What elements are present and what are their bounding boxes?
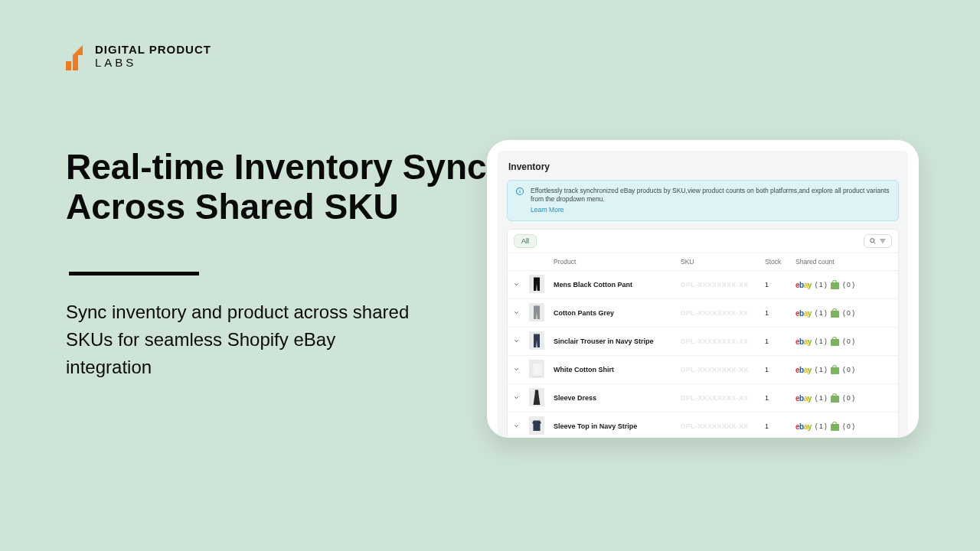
shopify-count: ( 0 ) [843,422,854,430]
search-filter-button[interactable] [864,234,892,248]
table-row: Mens Black Cotton PantDPL-XXXXXXXX-XX1eb… [508,271,898,299]
product-stock: 1 [760,412,791,438]
search-icon [869,237,877,245]
shared-count-cell: ebay( 1 )( 0 ) [795,365,893,374]
info-banner: Effortlessly track synchronized eBay pro… [507,180,899,221]
chevron-down-icon[interactable] [513,395,520,403]
info-text: Effortlessly track synchronized eBay pro… [531,187,890,203]
table-row: White Cotton ShirtDPL-XXXXXXXX-XX1ebay( … [508,356,898,384]
shopify-icon [831,280,839,289]
ebay-count: ( 1 ) [815,366,827,373]
product-thumbnail [529,331,544,350]
inventory-table: All Produ [507,229,899,438]
brand-mark-icon [66,43,87,70]
product-stock: 1 [760,299,791,328]
shared-count-cell: ebay( 1 )( 0 ) [795,422,893,431]
product-thumbnail [529,303,544,321]
product-name[interactable]: Mens Black Cotton Pant [549,271,676,299]
ebay-icon: ebay [795,422,812,431]
ebay-count: ( 1 ) [815,394,827,402]
shopify-icon [831,422,839,431]
product-name[interactable]: White Cotton Shirt [549,356,676,384]
svg-point-6 [871,239,874,243]
svg-rect-1 [73,55,78,70]
ebay-count: ( 1 ) [815,309,827,317]
ebay-count: ( 1 ) [815,422,827,430]
col-shared: Shared count [791,253,898,271]
product-sku: DPL-XXXXXXXX-XX [676,384,760,412]
filter-icon [879,237,887,245]
shopify-count: ( 0 ) [843,337,854,345]
product-name[interactable]: Sleeve Dress [549,384,676,412]
ebay-icon: ebay [795,366,812,374]
col-product: Product [549,253,676,271]
slide-headline: Real-time Inventory Sync Across Shared S… [66,148,487,227]
shopify-icon [831,393,839,403]
product-sku: DPL-XXXXXXXX-XX [676,328,760,356]
product-stock: 1 [760,384,791,412]
shopify-count: ( 0 ) [843,366,854,373]
ebay-icon: ebay [795,281,812,289]
shopify-icon [831,365,839,374]
ebay-icon: ebay [795,337,812,346]
chevron-down-icon[interactable] [513,423,520,431]
shared-count-cell: ebay( 1 )( 0 ) [795,337,893,346]
table-row: Sinclair Trouser in Navy StripeDPL-XXXXX… [508,328,898,356]
product-thumbnail [529,388,544,406]
svg-rect-0 [66,61,71,70]
ebay-icon: ebay [795,394,812,403]
brand-name-line1: DIGITAL PRODUCT [95,43,211,56]
ebay-count: ( 1 ) [815,337,827,345]
headline-divider [69,272,199,276]
shopify-count: ( 0 ) [843,309,854,317]
slide-subtitle: Sync inventory and product across shared… [66,298,418,381]
table-header-row: Product SKU Stock Shared count [508,253,898,271]
learn-more-link[interactable]: Learn More [531,206,890,214]
chevron-down-icon[interactable] [513,310,520,318]
product-thumbnail [529,275,544,293]
product-name[interactable]: Sinclair Trouser in Navy Stripe [549,328,676,356]
product-thumbnail [529,416,544,435]
brand-name-line2: LABS [95,56,136,69]
tab-all[interactable]: All [514,234,537,248]
product-sku: DPL-XXXXXXXX-XX [676,299,760,328]
brand-logo: DIGITAL PRODUCT LABS [66,43,211,70]
shopify-icon [831,308,839,318]
svg-marker-2 [73,45,83,55]
product-stock: 1 [760,271,791,299]
product-thumbnail [529,360,544,378]
shopify-count: ( 0 ) [843,394,854,402]
product-stock: 1 [760,328,791,356]
shared-count-cell: ebay( 1 )( 0 ) [795,393,893,403]
col-sku: SKU [676,253,760,271]
shopify-count: ( 0 ) [843,281,854,289]
info-icon [515,187,524,196]
product-sku: DPL-XXXXXXXX-XX [676,271,760,299]
app-screenshot-card: Inventory Effortlessly track synchronize… [487,140,919,438]
svg-line-7 [874,243,875,244]
product-sku: DPL-XXXXXXXX-XX [676,412,760,438]
col-stock: Stock [760,253,791,271]
ebay-icon: ebay [795,309,812,318]
table-row: Sleeve Top in Navy StripeDPL-XXXXXXXX-XX… [508,412,898,438]
ebay-count: ( 1 ) [815,281,827,289]
product-name[interactable]: Cotton Pants Grey [549,299,676,328]
product-name[interactable]: Sleeve Top in Navy Stripe [549,412,676,438]
page-title: Inventory [498,151,908,180]
shopify-icon [831,337,839,346]
shared-count-cell: ebay( 1 )( 0 ) [795,280,893,289]
product-stock: 1 [760,356,791,384]
product-sku: DPL-XXXXXXXX-XX [676,356,760,384]
chevron-down-icon[interactable] [513,367,520,374]
table-row: Sleeve DressDPL-XXXXXXXX-XX1ebay( 1 )( 0… [508,384,898,412]
chevron-down-icon[interactable] [513,282,520,289]
shared-count-cell: ebay( 1 )( 0 ) [795,308,893,318]
table-row: Cotton Pants GreyDPL-XXXXXXXX-XX1ebay( 1… [508,299,898,328]
chevron-down-icon[interactable] [513,338,520,346]
svg-point-5 [520,189,521,190]
